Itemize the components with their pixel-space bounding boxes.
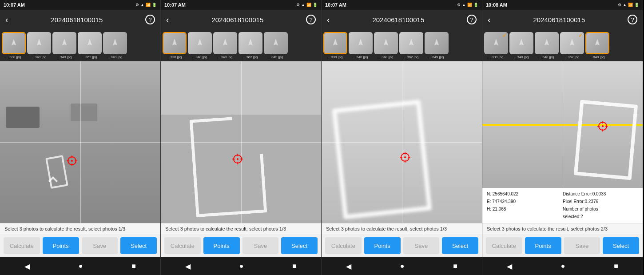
select-button-4[interactable]: Select (603, 237, 639, 254)
thumb-label-3-1: ...348.jpg (354, 55, 368, 59)
thumb-img-2-2[interactable] (213, 32, 237, 54)
save-button-3[interactable]: Save (403, 237, 440, 254)
select-button-2[interactable]: Select (281, 237, 318, 254)
back-button-4[interactable]: ‹ (488, 15, 491, 25)
save-button-4[interactable]: Save (564, 237, 600, 254)
thumb-img-1-4[interactable] (103, 32, 127, 54)
bottom-bar-1: Calculate Points Save Select (0, 234, 160, 257)
save-button-1[interactable]: Save (82, 237, 118, 254)
select-button-1[interactable]: Select (120, 237, 157, 254)
save-button-2[interactable]: Save (242, 237, 279, 254)
thumb-item-1-4[interactable]: ...849.jpg (103, 32, 127, 59)
calculate-button-3[interactable]: Calculate (325, 237, 362, 254)
nav-back-1[interactable]: ◀ (24, 262, 30, 271)
thumb-item-1-1[interactable]: ...348.jpg (27, 32, 51, 59)
status-text-1: Select 3 photos to calculate the result,… (4, 226, 125, 231)
main-image-2[interactable] (161, 61, 321, 223)
points-button-4[interactable]: Points (525, 237, 561, 254)
thumb-item-4-1[interactable]: ...348.jpg (509, 32, 533, 59)
status-icons-3: ⚙ ▲ 📶 🔋 (457, 3, 478, 7)
wifi-icon-1: ▲ (140, 3, 144, 7)
thumb-item-3-1[interactable]: ...348.jpg (349, 32, 373, 59)
points-button-1[interactable]: Points (43, 237, 79, 254)
thumb-strip-1: ...338.jpg ...348.jpg ...348.jpg (0, 29, 160, 61)
help-icon-1[interactable]: ? (145, 15, 155, 24)
calculate-button-1[interactable]: Calculate (4, 237, 40, 254)
thumb-img-1-3[interactable] (78, 32, 102, 54)
thumb-img-1-0[interactable] (2, 32, 26, 54)
thumb-item-1-2[interactable]: ...348.jpg (52, 32, 76, 59)
thumb-img-1-1[interactable] (27, 32, 51, 54)
nav-home-3[interactable]: ● (400, 262, 405, 270)
thumb-item-4-0[interactable]: ...338.jpg (484, 32, 508, 59)
thumb-item-4-3[interactable]: ...362.jpg (560, 32, 584, 59)
nav-home-2[interactable]: ● (239, 262, 244, 270)
phone-panel-2: 10:07 AM ⚙ ▲ 📶 🔋 ‹ 20240618100015 ? ...3… (161, 0, 322, 275)
thumb-img-4-4[interactable] (585, 32, 609, 54)
nav-back-4[interactable]: ◀ (507, 262, 512, 271)
nav-square-3[interactable]: ■ (453, 262, 457, 270)
thumb-item-1-3[interactable]: ...362.jpg (78, 32, 102, 59)
thumb-img-3-4[interactable] (425, 32, 449, 54)
main-image-4[interactable] (482, 61, 643, 188)
back-button-3[interactable]: ‹ (327, 15, 330, 25)
info-distance-error: Distance Error:0.0033 (563, 191, 638, 198)
thumb-label-3-4: ...849.jpg (429, 55, 444, 59)
battery-icon-2: 🔋 (313, 3, 318, 7)
thumb-label-4-3: ...362.jpg (565, 55, 580, 59)
thumb-item-3-2[interactable]: ...348.jpg (374, 32, 398, 59)
thumb-img-4-0[interactable] (484, 32, 508, 54)
thumb-item-2-2[interactable]: ...348.jpg (213, 32, 237, 59)
calculate-button-4[interactable]: Calculate (486, 237, 522, 254)
back-button-2[interactable]: ‹ (166, 15, 169, 25)
grid-v-4 (563, 61, 563, 188)
settings-icon-2: ⚙ (296, 3, 300, 7)
thumb-item-3-4[interactable]: ...849.jpg (425, 32, 449, 59)
thumb-img-2-0[interactable] (163, 32, 187, 54)
thumb-img-3-1[interactable] (349, 32, 373, 54)
nav-back-2[interactable]: ◀ (185, 262, 191, 271)
main-image-3[interactable] (322, 61, 482, 223)
thumb-img-2-1[interactable] (188, 32, 212, 54)
thumb-item-3-0[interactable]: ...338.jpg (323, 32, 347, 59)
nav-back-3[interactable]: ◀ (346, 262, 351, 271)
main-image-1[interactable] (0, 61, 160, 223)
thumb-img-2-3[interactable] (239, 32, 262, 54)
thumb-img-3-0[interactable] (323, 32, 347, 54)
help-icon-3[interactable]: ? (467, 15, 477, 24)
thumb-img-3-2[interactable] (374, 32, 398, 54)
select-button-3[interactable]: Select (442, 237, 478, 254)
bottom-bar-2: Calculate Points Save Select (161, 234, 321, 257)
settings-icon-4: ⚙ (618, 3, 621, 7)
points-button-2[interactable]: Points (203, 237, 240, 254)
nav-home-4[interactable]: ● (561, 262, 565, 270)
thumb-img-4-3[interactable] (560, 32, 584, 54)
thumb-img-2-4[interactable] (264, 32, 288, 54)
thumb-item-2-1[interactable]: ...348.jpg (188, 32, 212, 59)
thumb-img-3-3[interactable] (399, 32, 423, 54)
nav-square-4[interactable]: ■ (614, 262, 618, 270)
thumb-item-4-2[interactable]: ...348.jpg (535, 32, 559, 59)
thumb-img-4-2[interactable] (535, 32, 559, 54)
thumb-img-4-1[interactable] (509, 32, 533, 54)
thumb-label-4-2: ...348.jpg (540, 55, 554, 59)
calculate-button-2[interactable]: Calculate (164, 237, 201, 254)
thumb-item-2-0[interactable]: ...338.jpg (163, 32, 187, 59)
status-time-1: 10:07 AM (4, 2, 25, 8)
thumb-img-1-2[interactable] (52, 32, 76, 54)
points-button-3[interactable]: Points (364, 237, 401, 254)
thumb-item-2-3[interactable]: ...362.jpg (239, 32, 262, 59)
thumb-item-3-3[interactable]: ...362.jpg (399, 32, 423, 59)
nav-bar-3: ◀ ● ■ (322, 257, 482, 275)
nav-square-1[interactable]: ■ (131, 262, 136, 270)
back-button-1[interactable]: ‹ (5, 15, 8, 25)
nav-home-1[interactable]: ● (79, 262, 83, 270)
nav-square-2[interactable]: ■ (292, 262, 297, 270)
wifi-icon-2: ▲ (301, 3, 305, 7)
top-bar-1: ‹ 20240618100015 ? (0, 10, 160, 29)
thumb-item-1-0[interactable]: ...338.jpg (2, 32, 26, 59)
help-icon-2[interactable]: ? (306, 15, 316, 24)
help-icon-4[interactable]: ? (628, 15, 637, 24)
thumb-item-2-4[interactable]: ...849.jpg (264, 32, 288, 59)
thumb-item-4-4[interactable]: ...849.jpg (585, 32, 609, 59)
